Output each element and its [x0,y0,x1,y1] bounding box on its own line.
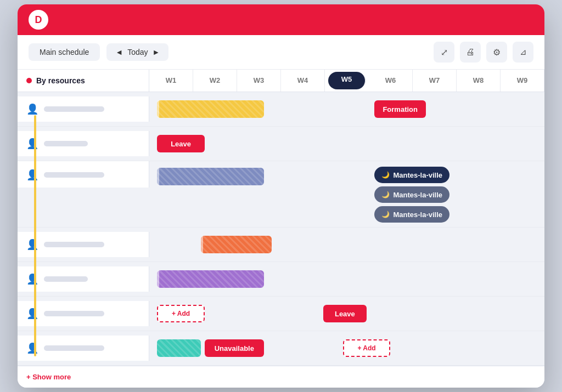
show-more-button[interactable]: + Show more [26,373,71,381]
gear-icon: ⚙ [493,47,501,58]
gantt-bar-leave-2[interactable]: Leave [323,305,367,322]
prev-icon[interactable]: ◄ [115,48,123,56]
week-header-w6: W6 [369,70,413,92]
settings-button[interactable]: ⚙ [486,42,507,63]
by-resources-label: By resources [36,76,85,85]
person-icon: 👤 [26,308,38,320]
grid-header: By resources W1 W2 W3 W4 W5 W6 W7 W8 W9 [18,70,544,92]
resource-name-bar [44,141,88,146]
table-row: 👤 [18,228,544,262]
filter-button[interactable]: ⊿ [513,42,533,63]
print-button[interactable]: 🖨 [460,42,481,63]
resource-cell: 👤 [18,96,149,122]
gantt-bar-add-1[interactable]: + Add [157,305,204,322]
gantt-row [149,228,544,262]
gantt-bar-mantes-1[interactable]: 🌙 Mantes-la-ville [374,167,449,183]
resource-cell: 👤 [18,232,149,257]
gantt-bar-teal[interactable] [157,339,200,357]
table-row: 👤 Unavailable + Add [18,331,544,366]
week-header-w7: W7 [413,70,457,92]
person-icon: 👤 [26,342,38,354]
toolbar-left: Main schedule ◄ Today ► [29,43,168,61]
table-row: 👤 🌙 Mantes-la-ville [18,161,544,228]
gantt-row: + Add Leave [149,297,544,331]
schedule-button[interactable]: Main schedule [29,43,100,61]
resource-cell: 👤 [18,266,149,292]
print-icon: 🖨 [466,47,475,57]
gantt-bar-mantes-2[interactable]: 🌙 Mantes-la-ville [374,186,449,203]
grid-body: 👤 Formation [18,92,544,366]
week-header-w3: W3 [237,70,281,92]
resource-name-bar [44,106,104,112]
resource-cell: 👤 [18,301,149,326]
expand-icon: ⤢ [441,47,448,58]
resource-column-header: By resources [18,70,149,92]
main-content: By resources W1 W2 W3 W4 W5 W6 W7 W8 W9 [18,70,544,388]
filter-icon: ⊿ [520,47,527,57]
resource-cell: 👤 [18,336,149,361]
gantt-row: Leave [149,127,544,161]
person-icon: 👤 [26,238,38,251]
toolbar-right: ⤢ 🖨 ⚙ ⊿ [434,42,533,63]
person-icon: 👤 [26,273,38,285]
gantt-bar-formation[interactable]: Formation [374,100,426,118]
resource-cell: 👤 [18,161,149,188]
next-icon[interactable]: ► [153,48,160,56]
schedule-grid: By resources W1 W2 W3 W4 W5 W6 W7 W8 W9 [18,70,544,388]
gantt-bar-add-2[interactable]: + Add [343,339,390,357]
resource-name-bar [44,172,104,178]
resource-name-bar [44,242,104,247]
person-icon: 👤 [26,103,38,115]
week-header-w1: W1 [149,70,193,92]
gantt-row [149,262,544,296]
gantt-row: 🌙 Mantes-la-ville 🌙 Mantes-la-ville 🌙 Ma… [149,161,544,227]
today-nav-button[interactable]: ◄ Today ► [106,43,168,61]
week-header-w2: W2 [193,70,237,92]
gantt-bar-mantes-3[interactable]: 🌙 Mantes-la-ville [374,206,449,223]
gantt-bar-yellow[interactable] [157,100,263,118]
gantt-bar-orange[interactable] [201,236,272,253]
week-header-w9: W9 [501,70,544,92]
show-more-section: + Show more [18,366,544,388]
gantt-row: Formation [149,92,544,126]
gantt-row: Unavailable + Add [149,331,544,365]
table-row: 👤 [18,262,544,297]
status-dot [26,78,32,83]
week-header-w8: W8 [457,70,501,92]
resource-name-bar [44,345,104,351]
resource-cell: 👤 [18,131,149,156]
table-row: 👤 + Add Leave [18,297,544,331]
app-window: D Main schedule ◄ Today ► ⤢ 🖨 ⚙ ⊿ [18,4,544,388]
week-headers: W1 W2 W3 W4 W5 W6 W7 W8 W9 [149,70,544,92]
resource-name-bar [44,311,104,316]
week-header-w4: W4 [281,70,325,92]
person-icon: 👤 [26,169,38,181]
toolbar: Main schedule ◄ Today ► ⤢ 🖨 ⚙ ⊿ [18,35,544,70]
app-logo: D [29,10,48,30]
gantt-bar-leave[interactable]: Leave [157,135,204,152]
expand-icon-button[interactable]: ⤢ [434,42,454,63]
table-row: 👤 Leave [18,127,544,161]
person-icon: 👤 [26,138,38,150]
table-row: 👤 Formation [18,92,544,127]
gantt-bar-purple[interactable] [157,270,263,288]
week-header-w5: W5 [328,72,366,89]
app-header: D [18,4,544,35]
resource-name-bar [44,276,88,282]
gantt-bar-unavailable[interactable]: Unavailable [205,339,264,357]
gantt-bar-blue-purple[interactable] [157,168,263,185]
left-accent-bar [34,115,36,356]
